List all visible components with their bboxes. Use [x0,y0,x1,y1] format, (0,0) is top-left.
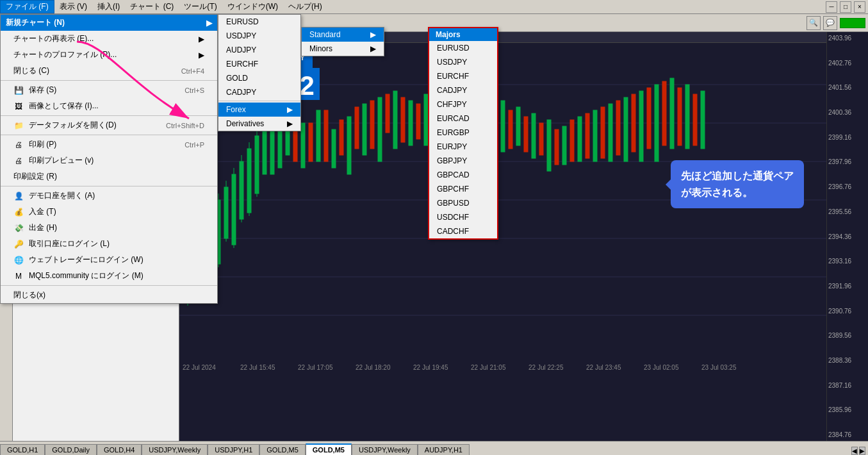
tab-gold-daily[interactable]: GOLD,Daily [45,444,97,455]
tab-next-btn[interactable]: ▶ [859,447,865,455]
submenu-gold[interactable]: GOLD [218,71,300,85]
tab-gold-h1[interactable]: GOLD,H1 [0,444,45,455]
menu-web-trader[interactable]: 🌐 ウェブトレーダーにログイン (W) [1,252,217,268]
submenu-forex-arrow: ▶ [287,105,293,114]
submenu-eurchf[interactable]: EURCHF [218,57,300,71]
menu-save-image[interactable]: 🖼 画像として保存 (I)... [1,98,217,114]
menu-insert[interactable]: 挿入(I) [92,0,125,13]
tab-gold-m5-1[interactable]: GOLD,M5 [259,444,306,455]
svg-rect-72 [647,88,651,149]
menu-print-preview[interactable]: 🖨 印刷プレビュー (v) [1,153,217,169]
majors-cadchf[interactable]: CADCHF [429,224,497,238]
majors-usdchf[interactable]: USDCHF [429,210,497,224]
minimize-btn[interactable]: ─ [826,1,837,13]
toolbar-search[interactable]: 🔍 [807,16,821,30]
menu-redisplay-arrow: ▶ [199,35,204,44]
tab-usdjpy-weekly-2[interactable]: USDJPY,Weekly [352,444,418,455]
submenu-derivatives-arrow: ▶ [287,119,293,128]
svg-rect-53 [355,107,359,149]
svg-rect-23 [316,110,320,161]
price-10: 2393.16 [828,258,867,265]
svg-rect-71 [632,94,635,152]
majors-usdjpy[interactable]: USDJPY [429,55,497,69]
tab-prev-btn[interactable]: ◀ [851,447,858,455]
menu-deposit[interactable]: 💰 入金 (T) [1,204,217,220]
menu-help[interactable]: ヘルプ(H) [283,0,327,13]
menu-login[interactable]: 🔑 取引口座にログイン (L) [1,236,217,252]
menu-mql5[interactable]: M MQL5.community にログイン (M) [1,268,217,284]
majors-gbpchf[interactable]: GBPCHF [429,182,497,196]
majors-eurgbp[interactable]: EURGBP [429,126,497,140]
majors-gbpcad[interactable]: GBPCAD [429,168,497,182]
submenu-derivatives[interactable]: Derivatives ▶ [218,117,300,131]
majors-eurchf[interactable]: EURCHF [429,69,497,83]
submenu-usdjpy[interactable]: USDJPY [218,29,300,43]
toolbar-chat[interactable]: 💬 [823,16,837,30]
close-btn[interactable]: × [854,1,865,13]
forex-standard-label: Standard [309,30,341,39]
tab-audjpy-h1[interactable]: AUDJPY,H1 [418,444,470,455]
withdraw-icon: 💸 [13,223,24,233]
majors-eurusd[interactable]: EURUSD [429,41,497,55]
submenu-forex[interactable]: Forex ▶ [218,103,300,117]
tab-gold-m5-active[interactable]: GOLD,M5 [306,443,352,455]
svg-rect-63 [509,110,512,149]
svg-text:22 Jul 23:45: 22 Jul 23:45 [586,364,621,371]
menu-new-chart[interactable]: 新規チャート (N) ▶ [1,15,217,31]
submenu-audjpy[interactable]: AUDJPY [218,43,300,57]
menu-close[interactable]: 閉じる (C) Ctrl+F4 [1,63,217,79]
forex-standard[interactable]: Standard ▶ [302,28,384,42]
menu-demo[interactable]: 👤 デモ口座を開く (A) [1,188,217,204]
menu-window[interactable]: ウインドウ(W) [222,0,283,13]
tab-usdjpy-h1[interactable]: USDJPY,H1 [208,444,259,455]
tab-gold-h4[interactable]: GOLD,H4 [97,444,142,455]
menu-print-settings[interactable]: 印刷設定 (R) [1,169,217,185]
demo-icon: 👤 [13,191,24,201]
info-bubble: 先ほど追加した通貨ペアが表示される。 [671,160,804,208]
svg-text:22 Jul 19:45: 22 Jul 19:45 [413,364,448,371]
svg-rect-56 [401,97,405,142]
menu-view[interactable]: 表示 (V) [54,0,92,13]
new-chart-submenu: EURUSD USDJPY AUDJPY EURCHF GOLD CADJPY … [218,14,301,131]
tab-nav-buttons: ◀ ▶ [849,447,868,455]
menu-chart-profile[interactable]: チャートのプロファイル (P)... ▶ [1,47,217,63]
svg-rect-36 [516,107,520,145]
file-menu-dropdown: 新規チャート (N) ▶ チャートの再表示 (E)... ▶ チャートのプロファ… [0,14,218,304]
svg-rect-22 [301,123,305,168]
separator-1 [1,80,217,81]
menu-withdraw[interactable]: 💸 出金 (H) [1,220,217,236]
menu-tools[interactable]: ツール(T) [179,0,222,13]
svg-rect-18 [263,129,266,174]
menu-print[interactable]: 🖨 印刷 (P) Ctrl+P [1,136,217,153]
majors-cadjpy[interactable]: CADJPY [429,83,497,97]
price-12: 2390.76 [828,308,867,315]
svg-rect-75 [693,94,697,145]
menu-redisplay[interactable]: チャートの再表示 (E)... ▶ [1,31,217,47]
maximize-btn[interactable]: □ [840,1,851,13]
tab-usdjpy-weekly[interactable]: USDJPY,Weekly [142,444,208,455]
forex-minors-label: Minors [309,44,332,53]
majors-chfjpy[interactable]: CHFJPY [429,97,497,112]
majors-gbpjpy[interactable]: GBPJPY [429,154,497,168]
svg-rect-46 [670,78,674,149]
submenu-cadjpy[interactable]: CADJPY [218,85,300,99]
svg-text:22 Jul 17:05: 22 Jul 17:05 [298,364,333,371]
menu-data-folder[interactable]: 📁 データフォルダを開く(D) Ctrl+Shift+D [1,117,217,133]
forex-submenu-panel: Standard ▶ Minors ▶ [301,27,384,56]
menu-file[interactable]: ファイル (F) [0,0,54,13]
menu-save[interactable]: 💾 保存 (S) Ctrl+S [1,82,217,98]
svg-rect-25 [347,117,351,174]
svg-rect-41 [593,110,597,161]
menu-close-label: 閉じる (C) [13,65,49,76]
majors-gbpusd[interactable]: GBPUSD [429,196,497,210]
menu-deposit-label: 入金 (T) [29,206,56,217]
menu-print-preview-label: 印刷プレビュー (v) [29,155,94,166]
menu-exit[interactable]: 閉じる(x) [1,287,217,303]
submenu-eurusd[interactable]: EURUSD [218,15,300,29]
majors-eurcad[interactable]: EURCAD [429,112,497,126]
forex-minors[interactable]: Minors ▶ [302,42,384,56]
menu-chart[interactable]: チャート (C) [125,0,179,13]
price-8: 2395.56 [828,208,867,215]
svg-rect-50 [309,123,313,161]
majors-eurjpy[interactable]: EURJPY [429,140,497,154]
